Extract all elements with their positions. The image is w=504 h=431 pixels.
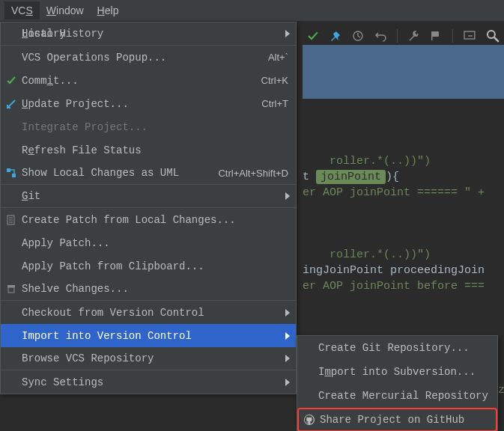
shortcut: Ctrl+T <box>261 98 288 109</box>
menu-browse-vcs-repo[interactable]: Browse VCS Repository <box>1 347 296 370</box>
menu-integrate-project[interactable]: Integrate Project... <box>1 115 296 138</box>
svg-rect-3 <box>464 31 475 39</box>
vcs-dropdown: HistoryLocal History VCS Operations Popu… <box>0 22 297 394</box>
menu-show-local-changes-uml[interactable]: Show Local Changes as UMLCtrl+Alt+Shift+… <box>1 162 296 185</box>
chevron-right-icon <box>285 30 290 37</box>
patch-icon <box>5 214 17 226</box>
menu-window[interactable]: Window <box>40 1 91 19</box>
submenu-create-git-repo[interactable]: Create Git Repository... <box>297 336 497 360</box>
menu-checkout-vc[interactable]: Checkout from Version Control <box>1 301 296 324</box>
update-icon <box>5 98 17 110</box>
menu-update-project[interactable]: Update Project...Ctrl+T <box>1 92 296 115</box>
chevron-right-icon <box>285 332 290 340</box>
separator <box>397 29 398 43</box>
chevron-right-icon <box>285 309 290 317</box>
code-text: ){ <box>386 171 399 183</box>
submenu-share-github[interactable]: Share Project on GitHub <box>297 408 497 431</box>
menu-help[interactable]: Help <box>91 1 126 19</box>
check-icon[interactable] <box>307 30 319 42</box>
svg-rect-2 <box>431 31 432 40</box>
code-text: roller.*(..))") <box>330 155 431 168</box>
svg-rect-9 <box>8 287 14 293</box>
monitor-icon[interactable] <box>464 30 476 42</box>
toolbar <box>303 25 504 47</box>
code-text: t <box>303 171 316 183</box>
chevron-right-icon <box>285 355 290 362</box>
submenu-import-svn[interactable]: Import into Subversion... <box>297 360 497 384</box>
flag-icon[interactable] <box>430 30 442 42</box>
menu-vcs-ops-popup[interactable]: VCS Operations Popup...Alt+` <box>1 46 296 69</box>
menu-local-history[interactable]: HistoryLocal History <box>1 22 296 46</box>
check-icon <box>5 75 17 87</box>
svg-point-4 <box>488 31 495 38</box>
menu-create-patch[interactable]: Create Patch from Local Changes... <box>1 208 296 231</box>
submenu-create-hg-repo[interactable]: Create Mercurial Repository <box>297 384 497 408</box>
menu-git[interactable]: Git <box>1 185 296 208</box>
param-pill: joinPoint <box>316 170 386 184</box>
menu-refresh-file-status[interactable]: Refresh File Status <box>1 138 296 162</box>
code-text: er AOP joinPoint before === <box>303 280 485 293</box>
shortcut: Ctrl+K <box>261 75 288 86</box>
menubar: VCS Window Help <box>0 0 504 22</box>
pin-icon[interactable] <box>330 30 341 42</box>
shelve-icon <box>5 283 17 295</box>
menu-sync-settings[interactable]: Sync Settings <box>1 370 296 394</box>
menu-shelve-changes[interactable]: Shelve Changes... <box>1 278 296 301</box>
code-text: er AOP joinPoint ====== " + <box>303 186 485 199</box>
svg-rect-6 <box>12 174 16 177</box>
diagram-icon <box>5 167 17 179</box>
chevron-right-icon <box>285 192 290 200</box>
menu-commit[interactable]: Commit...Ctrl+K <box>1 69 296 92</box>
menu-vcs[interactable]: VCS <box>4 1 40 19</box>
wrench-icon[interactable] <box>408 30 420 42</box>
code-text: roller.*(..))") <box>330 248 431 261</box>
menu-import-vc[interactable]: Import into Version Control <box>1 324 296 347</box>
import-vc-submenu: Create Git Repository... Import into Sub… <box>297 335 498 431</box>
github-icon <box>303 414 315 426</box>
chevron-right-icon <box>285 379 290 386</box>
code-text: ingJoinPoint proceedingJoin <box>303 264 485 277</box>
shortcut: Ctrl+Alt+Shift+D <box>218 168 288 179</box>
svg-rect-5 <box>7 168 10 172</box>
shortcut: Alt+` <box>268 52 288 63</box>
clock-icon[interactable] <box>352 30 364 42</box>
menu-apply-patch[interactable]: Apply Patch... <box>1 231 296 254</box>
separator <box>452 29 453 43</box>
search-icon[interactable] <box>486 29 500 43</box>
menu-apply-patch-clipboard[interactable]: Apply Patch from Clipboard... <box>1 254 296 278</box>
undo-icon[interactable] <box>374 30 386 42</box>
